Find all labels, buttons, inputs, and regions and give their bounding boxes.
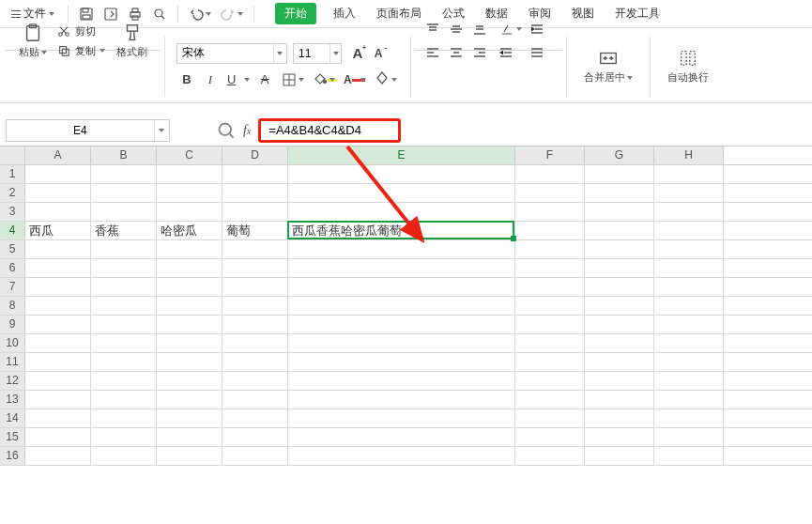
cell-G4[interactable] (585, 222, 654, 239)
align-bottom-button[interactable] (469, 19, 490, 39)
save-button[interactable] (76, 4, 97, 24)
formula-input[interactable] (268, 123, 391, 137)
row-header-4[interactable]: 4 (0, 222, 25, 239)
cell-E10[interactable] (288, 334, 515, 352)
cell-G7[interactable] (585, 278, 654, 296)
column-header-G[interactable]: G (585, 146, 654, 164)
increase-font-button[interactable]: A+ (347, 43, 368, 64)
cell-C9[interactable] (157, 316, 222, 333)
cell-H16[interactable] (654, 447, 724, 465)
row-header-7[interactable]: 7 (0, 278, 25, 296)
cell-B16[interactable] (91, 447, 157, 465)
cell-F16[interactable] (515, 447, 585, 465)
name-box[interactable] (6, 119, 170, 142)
cell-E15[interactable] (288, 428, 515, 446)
cell-F12[interactable] (515, 372, 585, 390)
cell-A14[interactable] (25, 409, 91, 427)
cell-G9[interactable] (585, 316, 654, 333)
cell-F7[interactable] (515, 278, 585, 296)
cell-E4[interactable]: 西瓜香蕉哈密瓜葡萄 (288, 222, 515, 239)
cell-A7[interactable] (25, 278, 91, 296)
cell-C5[interactable] (157, 240, 222, 258)
name-box-input[interactable] (7, 124, 154, 137)
cell-A8[interactable] (25, 297, 91, 315)
cell-A11[interactable] (25, 353, 91, 371)
cell-E11[interactable] (288, 353, 515, 371)
cell-C4[interactable]: 哈密瓜 (157, 222, 222, 239)
cell-G8[interactable] (585, 297, 654, 315)
column-header-D[interactable]: D (222, 146, 288, 164)
font-name-input[interactable] (177, 44, 273, 63)
cell-E2[interactable] (288, 184, 515, 202)
cell-H7[interactable] (654, 278, 724, 296)
cell-E6[interactable] (288, 259, 515, 277)
cell-B8[interactable] (91, 297, 157, 315)
cell-B5[interactable] (91, 240, 157, 258)
column-header-C[interactable]: C (157, 146, 222, 164)
row-header-11[interactable]: 11 (0, 353, 25, 371)
cell-D13[interactable] (222, 391, 288, 408)
cell-H10[interactable] (654, 334, 724, 352)
cell-G1[interactable] (585, 165, 654, 183)
cell-E9[interactable] (288, 316, 515, 333)
cell-F10[interactable] (515, 334, 585, 352)
spreadsheet-grid[interactable]: ABCDEFGH 1234西瓜香蕉哈密瓜葡萄西瓜香蕉哈密瓜葡萄567891011… (0, 146, 812, 466)
cell-D15[interactable] (222, 428, 288, 446)
cell-B9[interactable] (91, 316, 157, 333)
align-middle-button[interactable] (446, 19, 467, 39)
cell-B15[interactable] (91, 428, 157, 446)
cell-G14[interactable] (585, 409, 654, 427)
cell-H3[interactable] (654, 203, 724, 221)
cell-B14[interactable] (91, 409, 157, 427)
copy-button[interactable]: 复制 (54, 42, 107, 59)
cell-A3[interactable] (25, 203, 91, 221)
merge-center-button[interactable]: 合并居中 (578, 46, 638, 86)
cell-E8[interactable] (288, 297, 515, 315)
cell-A9[interactable] (25, 316, 91, 333)
cell-D10[interactable] (222, 334, 288, 352)
cell-E7[interactable] (288, 278, 515, 296)
cell-E5[interactable] (288, 240, 515, 258)
cell-A5[interactable] (25, 240, 91, 258)
cell-A10[interactable] (25, 334, 91, 352)
cell-D4[interactable]: 葡萄 (222, 222, 288, 239)
cell-D3[interactable] (222, 203, 288, 221)
cell-A6[interactable] (25, 259, 91, 277)
cut-button[interactable]: 剪切 (54, 23, 107, 39)
redo-button[interactable] (218, 4, 246, 24)
cell-B1[interactable] (91, 165, 157, 183)
cell-D7[interactable] (222, 278, 288, 296)
cell-E12[interactable] (288, 372, 515, 390)
cell-B7[interactable] (91, 278, 157, 296)
cell-C2[interactable] (157, 184, 222, 202)
cell-G11[interactable] (585, 353, 654, 371)
cell-C8[interactable] (157, 297, 222, 315)
row-header-8[interactable]: 8 (0, 297, 25, 315)
cell-H11[interactable] (654, 353, 724, 371)
cell-H8[interactable] (654, 297, 724, 315)
row-header-9[interactable]: 9 (0, 316, 25, 333)
cell-D2[interactable] (222, 184, 288, 202)
cell-C6[interactable] (157, 259, 222, 277)
column-header-E[interactable]: E (288, 146, 515, 164)
cell-G10[interactable] (585, 334, 654, 352)
cell-E3[interactable] (288, 203, 515, 221)
format-painter-button[interactable]: 格式刷 (111, 21, 153, 61)
cell-H4[interactable] (654, 222, 724, 239)
font-size-select[interactable] (293, 43, 342, 64)
tab-视图[interactable]: 视图 (568, 2, 598, 25)
align-top-button[interactable] (422, 19, 443, 39)
cell-H13[interactable] (654, 391, 724, 408)
cell-C7[interactable] (157, 278, 222, 296)
distribute-button[interactable] (527, 42, 547, 63)
wrap-text-button[interactable]: 自动换行 (662, 46, 714, 86)
decrease-indent-button[interactable] (496, 42, 516, 63)
cell-D1[interactable] (222, 165, 288, 183)
italic-button[interactable]: I (200, 69, 221, 90)
cell-D12[interactable] (222, 372, 288, 390)
cell-H12[interactable] (654, 372, 724, 390)
cell-A13[interactable] (25, 391, 91, 408)
font-name-dropdown[interactable] (273, 44, 286, 63)
cell-B13[interactable] (91, 391, 157, 408)
cell-B4[interactable]: 香蕉 (91, 222, 157, 239)
